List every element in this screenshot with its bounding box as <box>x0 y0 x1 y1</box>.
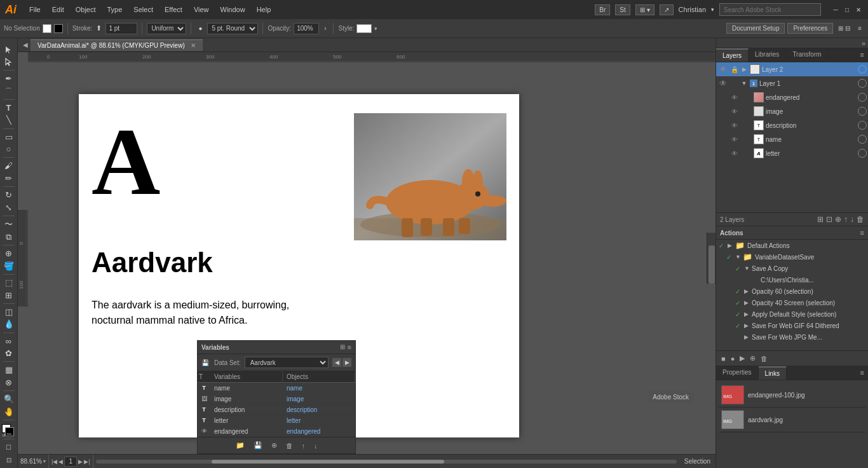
normal-mode[interactable]: ☐ <box>2 442 16 453</box>
brush-select[interactable]: 5 pt. Round <box>207 23 258 34</box>
layer2-lock-icon[interactable]: 🔒 <box>729 64 740 75</box>
fill-swatch[interactable] <box>43 24 51 33</box>
variables-expand-icon[interactable]: ⊞ <box>340 343 345 351</box>
var-move-up-button[interactable]: ↑ <box>299 441 308 451</box>
name-visibility-icon[interactable]: 👁 <box>729 134 740 145</box>
fill-stroke-widget[interactable]: ↺ ⬛ <box>2 424 16 435</box>
description-target-circle[interactable] <box>858 121 867 130</box>
opacity-input[interactable] <box>294 23 319 34</box>
next-page-button[interactable]: ▶ <box>78 458 83 465</box>
action-expand-vardata[interactable]: ▼ <box>735 254 743 260</box>
actions-panel-menu-icon[interactable]: ≡ <box>860 229 864 237</box>
collapse-panels-icon[interactable]: » <box>862 39 865 47</box>
layer-row-endangered[interactable]: 👁 endangered <box>716 90 868 104</box>
var-import-button[interactable]: 📁 <box>233 440 247 451</box>
layer1-expand-icon[interactable]: ▼ <box>740 80 748 86</box>
dataset-select[interactable]: Aardvark <box>245 357 329 368</box>
direct-selection-tool[interactable] <box>2 57 16 67</box>
user-dropdown-icon[interactable]: ▾ <box>711 6 714 13</box>
paintbrush-tool[interactable]: 🖌 <box>2 160 16 171</box>
var-move-down-button[interactable]: ↓ <box>311 441 320 451</box>
var-row-endangered[interactable]: 👁 endangered endangered <box>198 426 355 437</box>
action-row-opacity60[interactable]: ✓ ▶ Opacity 60 (selection) <box>716 286 868 297</box>
action-expand-default[interactable]: ▶ <box>728 242 735 249</box>
gradient-tool[interactable]: ◫ <box>2 306 16 317</box>
action-row-path[interactable]: ✓ C:\Users\Christia... <box>716 274 868 286</box>
scale-tool[interactable]: ⤡ <box>2 202 16 213</box>
create-new-layer-icon[interactable]: ⊕ <box>835 215 841 224</box>
search-stock-input[interactable] <box>719 3 821 16</box>
var-row-name[interactable]: T name name <box>198 383 355 394</box>
maximize-button[interactable]: □ <box>843 5 851 14</box>
layer2-visibility-icon[interactable]: 👁 <box>717 64 729 75</box>
action-expand-save-copy[interactable]: ▼ <box>744 265 752 272</box>
menu-edit[interactable]: Edit <box>47 4 69 15</box>
rotate-tool[interactable]: ↻ <box>2 189 16 200</box>
var-row-letter[interactable]: T letter letter <box>198 415 355 426</box>
prev-page-button[interactable]: ◀ <box>58 458 63 465</box>
var-delete-button[interactable]: 🗑 <box>283 441 295 451</box>
active-tab[interactable]: VarDataAnimal.ai* @ 88.61% (CMYK/GPU Pre… <box>31 39 203 51</box>
layer2-target-circle[interactable] <box>858 65 867 74</box>
arrange-icons[interactable]: ⊞ ⊟ <box>836 24 853 33</box>
style-swatch[interactable] <box>356 24 372 33</box>
stroke-arrows[interactable]: ⬆ <box>96 24 102 32</box>
image-target-circle[interactable] <box>858 107 867 116</box>
layer2-expand-icon[interactable]: ▶ <box>740 66 748 72</box>
free-transform-tool[interactable]: ⧉ <box>2 231 16 242</box>
dataset-prev-button[interactable]: ◀ <box>332 358 341 367</box>
letter-visibility-icon[interactable]: 👁 <box>729 148 740 159</box>
scroll-thumb-v[interactable] <box>709 245 715 284</box>
user-name[interactable]: Christian <box>679 6 706 13</box>
pencil-tool[interactable]: ✏ <box>2 173 16 184</box>
delete-layer-icon[interactable]: 🗑 <box>857 215 864 224</box>
preferences-button[interactable]: Preferences <box>787 23 833 34</box>
link-file-aardvark[interactable]: IMG aardvark.jpg <box>719 408 865 432</box>
warp-tool[interactable]: 〜 <box>2 219 16 230</box>
layer-row-layer1[interactable]: 👁 ▼ 1 Layer 1 <box>716 76 868 90</box>
action-expand-opacity60[interactable]: ▶ <box>744 288 752 294</box>
rect-tool[interactable]: ▭ <box>2 131 16 142</box>
perspective-tool[interactable]: ⬚ <box>2 277 16 288</box>
column-graph-tool[interactable]: ▦ <box>2 364 16 375</box>
bridge-button[interactable]: Br <box>595 4 610 15</box>
var-new-button[interactable]: ⊕ <box>269 440 280 451</box>
eyedropper-tool[interactable]: 💧 <box>2 319 16 329</box>
shape-builder-tool[interactable]: ⊕ <box>2 248 16 259</box>
action-row-save-copy[interactable]: ✓ ▼ Save A Copy <box>716 263 868 274</box>
workspace-button[interactable]: ⊞ ▾ <box>635 4 654 15</box>
mesh-tool[interactable]: ⊞ <box>2 289 16 300</box>
slice-tool[interactable]: ⊗ <box>2 377 16 388</box>
curvature-tool[interactable]: ⌒ <box>2 85 16 96</box>
minimize-button[interactable]: ─ <box>831 5 840 14</box>
action-row-default-actions[interactable]: ✓ ▶ 📁 Default Actions <box>716 240 868 251</box>
line-tool[interactable]: ╲ <box>2 114 16 125</box>
make-clipping-mask-icon[interactable]: ⊞ <box>817 215 824 224</box>
share-button[interactable]: ↗ <box>660 4 674 15</box>
hand-tool[interactable]: 🤚 <box>2 406 16 416</box>
blend-tool[interactable]: ∞ <box>2 335 16 346</box>
stroke-style-select[interactable]: Uniform <box>147 23 186 34</box>
endangered-target-circle[interactable] <box>858 93 867 102</box>
description-visibility-icon[interactable]: 👁 <box>729 120 740 131</box>
selection-tool[interactable] <box>2 44 16 55</box>
var-row-description[interactable]: T description description <box>198 404 355 415</box>
scroll-thumb-h[interactable] <box>212 460 444 464</box>
first-page-button[interactable]: |◀ <box>51 458 57 465</box>
link-file-endangered[interactable]: IMG endangered-100.jpg <box>719 383 865 408</box>
menu-help[interactable]: Help <box>252 4 276 15</box>
menu-object[interactable]: Object <box>71 4 101 15</box>
tab-transform[interactable]: Transform <box>786 48 828 62</box>
panel-menu-icon[interactable]: ≡ <box>855 24 864 33</box>
action-row-default-style[interactable]: ✓ ▶ Apply Default Style (selection) <box>716 308 868 320</box>
props-panel-menu-icon[interactable]: ≡ <box>857 366 868 380</box>
stock-button[interactable]: St <box>615 4 630 15</box>
zoom-tool[interactable]: 🔍 <box>2 394 16 404</box>
layer1-visibility-icon[interactable]: 👁 <box>717 78 729 89</box>
menu-select[interactable]: Select <box>128 4 158 15</box>
action-expand-gif[interactable]: ▶ <box>744 322 752 329</box>
endangered-visibility-icon[interactable]: 👁 <box>729 92 740 103</box>
tab-libraries[interactable]: Libraries <box>749 48 786 62</box>
type-tool[interactable]: T <box>2 102 16 113</box>
horizontal-scrollbar[interactable] <box>93 455 679 468</box>
